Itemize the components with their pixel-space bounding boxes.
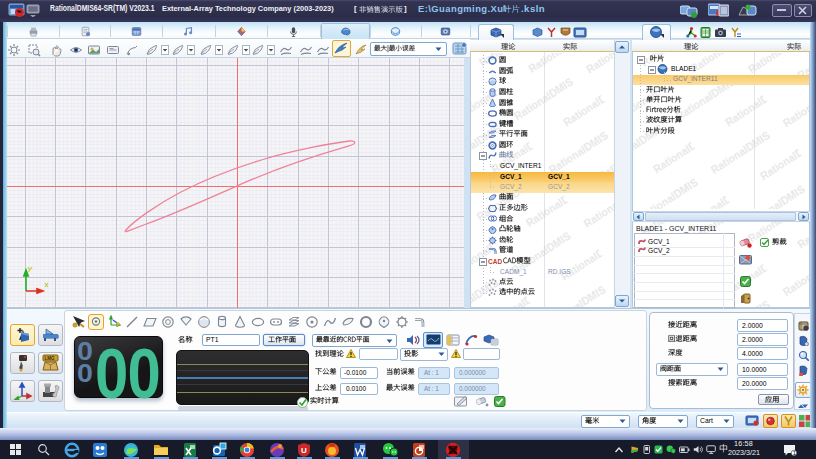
- svg-text:LMG: LMG: [45, 356, 55, 361]
- svg-text:U: U: [301, 446, 307, 455]
- svg-text:CAD: CAD: [488, 258, 502, 265]
